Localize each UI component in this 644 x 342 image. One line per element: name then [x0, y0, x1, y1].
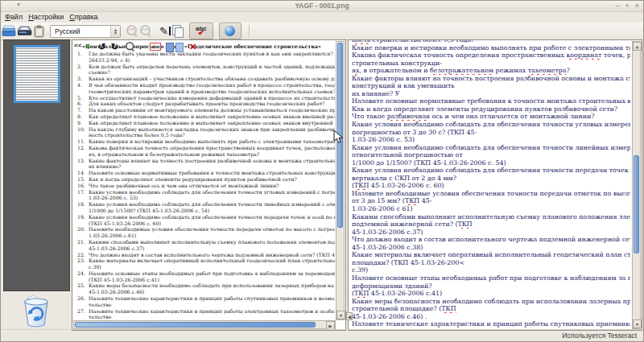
ocr-all-pages-button[interactable]: OCR — [140, 23, 152, 39]
document-line: 15.Как и когда определяют элементы редуц… — [75, 176, 335, 183]
recognized-line: 1.03-26-2006 с 61) — [352, 205, 630, 213]
thumbnail-selected[interactable] — [14, 45, 60, 103]
menu-bar: ФайлНастройкиСправка — [1, 11, 643, 23]
recognized-line: строительных конструкци- — [352, 60, 630, 68]
language-select[interactable]: Русский ▲▼ — [50, 25, 121, 38]
menu-file[interactable]: Файл — [5, 12, 28, 22]
open-image-button[interactable] — [2, 23, 16, 39]
menu-help[interactable]: Справка — [69, 12, 103, 22]
document-line: 26433.2-94, с 4) — [75, 57, 335, 64]
document-line: 18.Какие условия необходимо соблюдать дл… — [75, 201, 335, 208]
spellcheck-toggle[interactable]: abc ✔ — [189, 23, 213, 39]
recognized-line: Какие условия необходимо соблюдать для о… — [352, 167, 630, 175]
status-engine-label: Используется Tesseract — [562, 332, 637, 340]
scanned-document-title: «Контрольные вопросы по курсу «Геодезиче… — [82, 43, 334, 50]
document-line: 27.Назовите технические характеристики и… — [75, 308, 335, 315]
trash-button[interactable] — [18, 293, 55, 330]
scan-button[interactable] — [18, 23, 32, 39]
recognized-line: Назовите основные нормативные требования… — [352, 97, 630, 105]
yagf-window: ▾ YAGF - 0001.png – + × ФайлНастройкиСпр… — [0, 0, 644, 342]
document-line: 16.Что такое разбивочная ось и чем она о… — [75, 183, 335, 189]
recognize-button[interactable] — [219, 23, 242, 39]
document-line: 8.Как определяют плановое положение и вы… — [75, 113, 335, 120]
document-lines: 1.Где должны быть указаны места закладки… — [75, 51, 335, 324]
document-line: 24.Назовите основные этапы необходимых р… — [75, 270, 335, 277]
paste-image-icon — [34, 25, 44, 38]
minimize-button[interactable]: – — [615, 1, 619, 10]
recognized-line: конструкций и как уменьшить — [352, 82, 630, 90]
document-line: 5.Кто осуществляет геодезические измерен… — [75, 95, 335, 101]
window-title: YAGF - 0001.png — [1, 2, 643, 10]
copy-text-icon — [172, 25, 184, 37]
recognized-line: Какие условия необходимо соблюдать для о… — [352, 144, 630, 152]
document-line: съемке? — [75, 69, 335, 76]
recognized-line: Как и когда определяют элементы редуциро… — [352, 105, 630, 113]
pen-settings-button[interactable]: ✎ — [159, 23, 171, 39]
collapse-toolbar-button[interactable]: << — [74, 42, 81, 49]
image-view-panel[interactable]: << «Контрольные вопросы по курсу «Геодез… — [72, 39, 346, 331]
recognized-line: (ТКП 45-1.03-26-2006 с. 60) — [352, 182, 630, 190]
recognized-line: Назовите необходимые условия обеспечения… — [352, 190, 630, 198]
image-hscroll-thumb[interactable] — [75, 322, 316, 328]
scroll-up-icon[interactable]: ▲ — [633, 42, 642, 51]
spellcheck-abc-icon: abc ✔ — [196, 26, 207, 36]
document-line: 1.03-26-2006 с. 53) — [75, 195, 335, 201]
ocr-page-button[interactable]: OCR — [126, 23, 138, 39]
recognized-lines: ность строительства более 0,5 года?Какие… — [352, 39, 630, 331]
document-line: (ТКП 45-1.03-26-2006 с. 60) — [75, 220, 335, 227]
recognized-line: Назовите основные этапы необходимых рабо… — [352, 274, 630, 282]
document-line: их влияние? — [75, 163, 335, 170]
document-line: 4.В чьи обязанности входит производство … — [75, 82, 335, 89]
open-image-icon — [2, 25, 16, 37]
thumbnail-panel[interactable] — [3, 39, 70, 291]
document-line: с.39) — [75, 264, 335, 270]
document-line: 7.На каком расстоянии от монтируемого эл… — [75, 107, 335, 113]
image-vscroll-thumb[interactable] — [337, 43, 343, 228]
document-line: 9.Как определяют плановое положение и вы… — [75, 120, 335, 126]
recognized-line: Какие условия необходимо соблюдать для о… — [352, 121, 630, 129]
main-toolbar: Русский ▲▼ OCR OCR ✎ abc ✔ — [1, 23, 643, 40]
document-line: 11.Какие поверки и юстировки необходимо … — [75, 138, 335, 145]
recognized-line: Назовите технические характеристики и пр… — [352, 320, 630, 328]
document-line: 26.Назовите технические характеристики и… — [75, 295, 335, 302]
document-line: 19.Какие условия необходимо соблюдать дл… — [75, 214, 335, 220]
recognized-line: строительной площадке? (ТКП — [352, 305, 630, 313]
paste-image-button[interactable] — [34, 23, 44, 39]
document-line: 1/1000 до 1/1500? (ТКП 45-1.03-26-2006 с… — [75, 208, 335, 214]
document-line: 45-1.03-26-2006 с.37) — [75, 245, 335, 252]
recognized-line: 1.03-26-2006 с. 53) — [352, 136, 630, 144]
document-line: 13.Какие факторы влияют на точность пост… — [75, 158, 335, 164]
recognized-line: Что такое разбивочная ось и чем она отли… — [352, 113, 630, 121]
recognize-abc-icon[interactable]: abc — [150, 43, 161, 51]
combo-spinner-icon[interactable]: ▲▼ — [110, 26, 120, 37]
document-line: 12.Какова фактическая точность определен… — [75, 145, 335, 151]
text-vscroll-thumb[interactable] — [634, 155, 639, 253]
recognized-line: (ТКП 45-1.03-26-2006 с.41) — [352, 290, 630, 298]
recognized-line: 45-1.03-26-2006 с.37) — [352, 229, 630, 237]
splitter-collapse-arrow[interactable]: ◀ — [346, 312, 353, 320]
copy-text-button[interactable] — [172, 23, 184, 39]
menu-settings[interactable]: Настройки — [28, 12, 69, 22]
maximize-button[interactable]: + — [625, 1, 629, 10]
recognized-line: подземной инженерной сети? (ТКП — [352, 220, 630, 229]
image-vertical-scrollbar[interactable]: ▼ — [336, 41, 345, 320]
recognized-line: площадки? (ТКП 45-1.03-26-200< — [352, 259, 630, 267]
recognized-line: Какие поверки и юстировки необходимо вып… — [352, 44, 630, 52]
text-vertical-scrollbar[interactable]: ▲ ▼ — [632, 41, 641, 329]
document-line: 20.Назовите необходимые условия обеспече… — [75, 226, 335, 233]
thumbnail-page-preview — [16, 47, 58, 101]
recognized-text-panel[interactable]: ность строительства более 0,5 года?Какие… — [348, 39, 642, 331]
toolbar-separator — [249, 25, 250, 37]
recognized-line: вертикали с СКП от 2 до 4 мм? — [352, 175, 630, 183]
image-horizontal-scrollbar[interactable]: ▶ — [73, 320, 336, 329]
close-button[interactable]: × — [635, 1, 639, 10]
scroll-down-icon[interactable]: ▼ — [336, 311, 345, 319]
recognized-line: Что должно входит в состав исполнительно… — [352, 236, 630, 244]
recognized-line: от 3 до 15 мм? (ТКП 45- — [352, 197, 630, 205]
recognized-line: Какие факторы влияют на точность построе… — [352, 75, 630, 83]
title-bar[interactable]: ▾ YAGF - 0001.png – + × — [1, 1, 643, 12]
document-line: геометрических параметров зданий и произ… — [75, 89, 335, 95]
scroll-down-icon[interactable]: ▼ — [633, 319, 642, 328]
recognized-line: Какими способами выполняют исполнительну… — [352, 213, 630, 221]
document-line: 22.Что должно входит в состав исполнител… — [75, 252, 335, 258]
